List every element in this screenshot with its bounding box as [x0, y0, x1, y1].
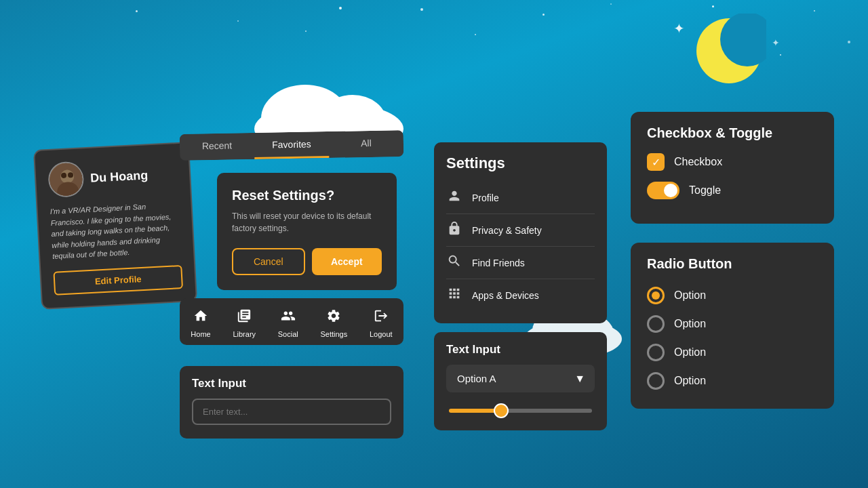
nav-logout[interactable]: Logout: [363, 305, 399, 342]
profile-header: Du Hoang: [47, 156, 178, 198]
social-icon: [281, 308, 296, 327]
nav-bar: Home Library Social Settings Logout: [180, 298, 403, 345]
avatar: [47, 161, 85, 198]
moon-decoration: [692, 14, 760, 81]
radio-label-1: Option: [674, 289, 706, 302]
settings-apps-devices[interactable]: Apps & Devices: [446, 279, 595, 311]
reset-dialog-title: Reset Settings?: [232, 188, 382, 203]
nav-social[interactable]: Social: [271, 305, 305, 342]
tabs-row: Recent Favorites All: [180, 130, 404, 161]
radio-option-3[interactable]: [647, 344, 665, 361]
nav-social-label: Social: [278, 330, 298, 338]
radio-button-title: Radio Button: [647, 256, 818, 272]
toggle-input[interactable]: [647, 182, 679, 199]
radio-option-4-row: Option: [647, 367, 818, 395]
slider-container: [446, 403, 595, 415]
settings-find-friends-label: Find Friends: [472, 258, 525, 268]
settings-find-friends[interactable]: Find Friends: [446, 247, 595, 279]
nav-settings[interactable]: Settings: [313, 305, 354, 342]
apps-icon: [446, 286, 462, 304]
cancel-button[interactable]: Cancel: [232, 248, 305, 275]
tabs-card: Recent Favorites All: [180, 130, 404, 161]
accept-button[interactable]: Accept: [312, 248, 382, 275]
settings-apps-label: Apps & Devices: [472, 290, 539, 301]
text-input-card-right: Text Input Option A Option B Option C ▼: [434, 332, 607, 430]
home-icon: [193, 308, 208, 327]
text-input-left-title: Text Input: [192, 377, 391, 390]
radio-label-3: Option: [674, 346, 706, 359]
find-friends-icon: [446, 253, 462, 272]
nav-library-label: Library: [233, 330, 256, 338]
tab-favorites[interactable]: Favorites: [254, 131, 330, 159]
text-input-card-left: Text Input: [180, 366, 403, 439]
radio-option-1-row: Option: [647, 281, 818, 310]
reset-dialog: Reset Settings? This will reset your dev…: [217, 173, 397, 290]
nav-logout-label: Logout: [370, 330, 393, 338]
text-input-field-left[interactable]: [192, 399, 391, 425]
radio-inner-dot: [652, 291, 660, 300]
nav-settings-label: Settings: [320, 330, 347, 338]
checkbox-row: ✓ Checkbox: [647, 153, 818, 171]
reset-dialog-buttons: Cancel Accept: [232, 248, 382, 275]
radio-option-2[interactable]: [647, 315, 665, 333]
checkbox-label: Checkbox: [674, 156, 722, 168]
dropdown-select[interactable]: Option A Option B Option C: [446, 365, 595, 392]
svg-point-1: [720, 14, 766, 66]
settings-profile[interactable]: Profile: [446, 182, 595, 214]
star-decoration: ✦: [673, 20, 685, 37]
nav-library[interactable]: Library: [226, 305, 262, 342]
radio-option-3-row: Option: [647, 338, 818, 367]
dropdown-wrapper: Option A Option B Option C ▼: [446, 365, 595, 392]
settings-privacy-label: Privacy & Safety: [472, 225, 542, 236]
settings-card: Settings Profile Privacy & Safety Find F…: [434, 142, 607, 323]
star-decoration-2: ✦: [772, 37, 780, 48]
slider-input[interactable]: [449, 409, 592, 413]
nav-home-label: Home: [191, 330, 210, 338]
profile-icon: [446, 188, 462, 207]
settings-icon: [326, 308, 341, 327]
radio-option-2-row: Option: [647, 310, 818, 338]
checkbox-toggle-card: Checkbox & Toggle ✓ Checkbox Toggle: [631, 112, 834, 224]
settings-privacy[interactable]: Privacy & Safety: [446, 214, 595, 247]
settings-title: Settings: [446, 155, 595, 172]
radio-button-card: Radio Button Option Option Option Option: [631, 243, 834, 409]
reset-dialog-description: This will reset your device to its defau…: [232, 210, 382, 235]
settings-profile-label: Profile: [472, 192, 499, 203]
checkmark-icon: ✓: [652, 156, 660, 169]
profile-bio: I'm a VR/AR Designer in San Francisco. I…: [50, 199, 181, 262]
edit-profile-button[interactable]: Edit Profile: [53, 264, 183, 295]
radio-option-4[interactable]: [647, 372, 665, 390]
radio-label-4: Option: [674, 375, 706, 387]
toggle-thumb: [664, 184, 677, 197]
text-input-right-title: Text Input: [446, 343, 595, 357]
tab-all[interactable]: All: [329, 130, 404, 158]
library-icon: [237, 308, 252, 327]
radio-label-2: Option: [674, 318, 706, 330]
checkbox-toggle-title: Checkbox & Toggle: [647, 125, 818, 141]
tab-recent[interactable]: Recent: [180, 133, 255, 161]
logout-icon: [374, 308, 389, 327]
profile-name: Du Hoang: [90, 168, 149, 185]
checkbox-input[interactable]: ✓: [647, 153, 665, 171]
nav-home[interactable]: Home: [184, 305, 217, 342]
privacy-icon: [446, 221, 462, 239]
toggle-row: Toggle: [647, 182, 818, 199]
radio-option-1[interactable]: [647, 287, 665, 304]
toggle-label: Toggle: [689, 184, 721, 197]
profile-card: Du Hoang I'm a VR/AR Designer in San Fra…: [33, 142, 197, 309]
svg-point-0: [696, 18, 762, 83]
